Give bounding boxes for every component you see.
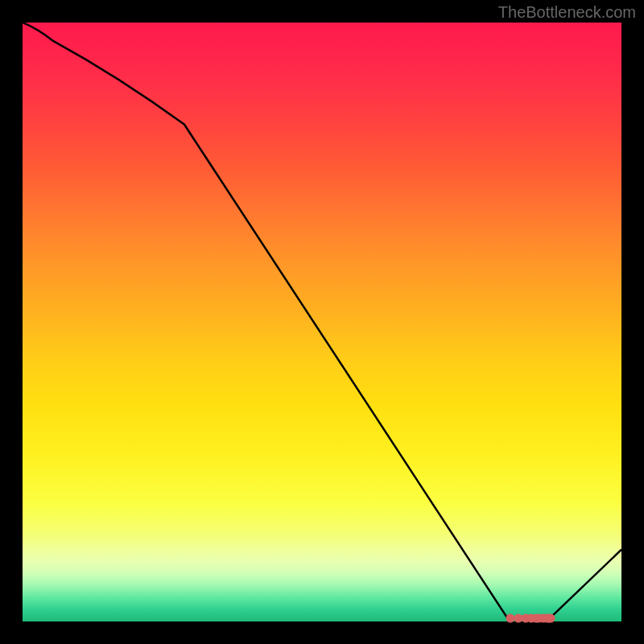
bottleneck-curve (23, 23, 621, 618)
curve-svg (23, 23, 621, 621)
watermark-label: TheBottleneck.com (498, 3, 636, 22)
minimum-marker (547, 614, 555, 623)
chart-plot-area (23, 23, 621, 621)
